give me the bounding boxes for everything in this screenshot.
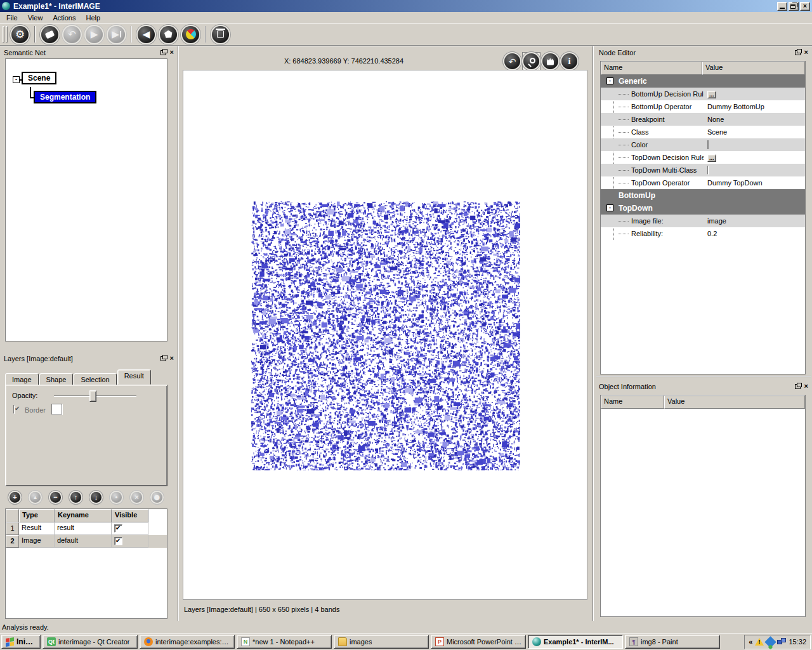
col-type[interactable]: Type (19, 509, 55, 522)
run-button[interactable]: ▶ (86, 26, 103, 43)
network-icon[interactable] (777, 638, 786, 646)
toolbar-handle[interactable] (6, 26, 8, 43)
settings-button[interactable]: ⚙ (11, 26, 29, 43)
decision-rule-button[interactable]: ... (707, 91, 716, 98)
reset-button[interactable] (41, 26, 58, 43)
close-panel-icon[interactable]: × (804, 49, 808, 56)
tree-expander[interactable]: - (13, 76, 20, 83)
raise-layer-button[interactable]: ▲ (30, 492, 41, 503)
property-row[interactable]: TopDown Operator Dummy TopDown (601, 176, 805, 189)
back-tool-button[interactable]: ↶ (504, 53, 520, 69)
menu-help[interactable]: Help (81, 13, 105, 23)
multi-class-checkbox[interactable] (707, 166, 709, 175)
taskbar-button-powerpoint[interactable]: P Microsoft PowerPoint - ... (431, 635, 526, 649)
cell-keyname[interactable]: result (55, 522, 112, 535)
property-value[interactable]: Dummy BottomUp (704, 103, 764, 110)
shape-tool-button[interactable] (160, 26, 177, 43)
property-row[interactable]: BottomUp Operator Dummy BottomUp (601, 100, 805, 113)
border-color-swatch[interactable] (51, 404, 62, 415)
chart-tool-button[interactable] (182, 26, 199, 43)
table-row[interactable]: 2 Image default (6, 535, 167, 548)
taskbar-button-interimage[interactable]: Example1* - InterIM... (528, 635, 623, 649)
cell-keyname[interactable]: default (55, 535, 112, 548)
visible-checkbox[interactable] (114, 524, 122, 533)
object-info-table[interactable]: Name Value (600, 395, 806, 617)
section-expander[interactable]: - (606, 77, 613, 84)
section-expander[interactable]: - (606, 204, 613, 211)
zoom-tool-button[interactable] (523, 53, 539, 69)
visible-checkbox[interactable] (114, 537, 122, 545)
table-row[interactable]: 1 Result result (6, 522, 167, 535)
taskbar-button-notepadpp[interactable]: N *new 1 - Notepad++ (237, 635, 332, 649)
color-swatch[interactable] (707, 140, 709, 149)
property-value[interactable]: None (704, 116, 724, 123)
start-button[interactable]: Iniciar (1, 635, 41, 649)
property-value[interactable]: image (704, 217, 726, 225)
layer-tool-button[interactable]: × (131, 492, 142, 503)
taskbar-button-paint[interactable]: ¶ img8 - Paint (625, 635, 720, 649)
property-row[interactable]: BottomUp Decision Rule ... (601, 88, 805, 100)
section-bottomup[interactable]: BottomUp (601, 189, 805, 202)
property-row[interactable]: TopDown Decision Rule ... (601, 151, 805, 164)
section-generic[interactable]: - Generic (601, 75, 805, 88)
semantic-net-tree[interactable]: - Scene Segmentation (5, 58, 167, 342)
splitter[interactable] (178, 46, 179, 621)
node-editor-table[interactable]: Name Value - Generic BottomUp Decision R… (600, 61, 806, 375)
decision-rule-button[interactable]: ... (707, 154, 716, 162)
menu-view[interactable]: View (23, 13, 48, 23)
warning-icon[interactable] (755, 638, 764, 646)
splitter[interactable] (596, 376, 811, 377)
minimize-button[interactable] (777, 2, 787, 11)
float-panel-icon[interactable] (795, 50, 801, 55)
col-visible[interactable]: Visible (112, 509, 148, 522)
close-panel-icon[interactable]: × (170, 355, 174, 362)
export-button[interactable]: ◀ (138, 26, 155, 43)
layers-table[interactable]: Type Keyname Visible 1 Result result 2 I… (5, 508, 167, 619)
tab-result[interactable]: Result (117, 369, 151, 385)
section-topdown[interactable]: - TopDown (601, 202, 805, 215)
col-keyname[interactable]: Keyname (55, 509, 112, 522)
tree-node-segmentation[interactable]: Segmentation (34, 91, 96, 103)
title-bar[interactable]: Example1* - InterIMAGE × (0, 0, 812, 12)
move-layer-down-button[interactable]: ↓ (91, 492, 102, 503)
toolbar-handle[interactable] (3, 26, 4, 43)
property-row[interactable]: Image file: image (601, 215, 805, 227)
layer-tool-button[interactable]: ⬤ (152, 492, 162, 503)
oi-col-value[interactable]: Value (664, 395, 805, 409)
ne-col-name[interactable]: Name (601, 62, 702, 75)
float-panel-icon[interactable] (160, 50, 166, 55)
tray-chevron[interactable]: « (749, 638, 752, 646)
cell-type[interactable]: Image (19, 535, 55, 548)
segmentation-image[interactable] (251, 201, 520, 470)
property-value[interactable]: Scene (704, 128, 727, 136)
sync-icon[interactable] (765, 636, 776, 647)
trash-button[interactable] (212, 26, 229, 43)
pan-tool-button[interactable] (542, 53, 558, 69)
menu-file[interactable]: File (1, 13, 23, 23)
row-number[interactable]: 2 (6, 535, 19, 548)
remove-layer-button[interactable]: − (50, 492, 61, 503)
row-number[interactable]: 1 (6, 522, 19, 535)
oi-col-name[interactable]: Name (601, 395, 664, 409)
property-value[interactable]: 0.2 (704, 230, 717, 237)
taskbar-button-firefox[interactable]: interimage:examples:e... (140, 635, 235, 649)
float-panel-icon[interactable] (795, 384, 801, 389)
opacity-slider-handle[interactable] (89, 390, 96, 402)
close-panel-icon[interactable]: × (804, 383, 808, 390)
taskbar-button-images[interactable]: images (334, 635, 429, 649)
splitter[interactable] (593, 46, 594, 621)
taskbar-button-qtcreator[interactable]: Qt interimage - Qt Creator (43, 635, 138, 649)
viewer-canvas[interactable] (183, 70, 587, 600)
border-checkbox[interactable] (13, 405, 15, 414)
add-layer-button[interactable]: + (10, 492, 20, 503)
close-panel-icon[interactable]: × (170, 49, 174, 56)
menu-actions[interactable]: Actions (48, 13, 81, 23)
run-step-button[interactable]: ▶ (108, 26, 125, 43)
ne-col-value[interactable]: Value (702, 62, 805, 75)
property-row[interactable]: TopDown Multi-Class (601, 164, 805, 176)
cell-type[interactable]: Result (19, 522, 55, 535)
info-tool-button[interactable]: i (561, 53, 577, 69)
tree-node-scene[interactable]: Scene (22, 72, 56, 84)
move-layer-up-button[interactable]: ↑ (70, 492, 81, 503)
property-row[interactable]: Color (601, 138, 805, 151)
